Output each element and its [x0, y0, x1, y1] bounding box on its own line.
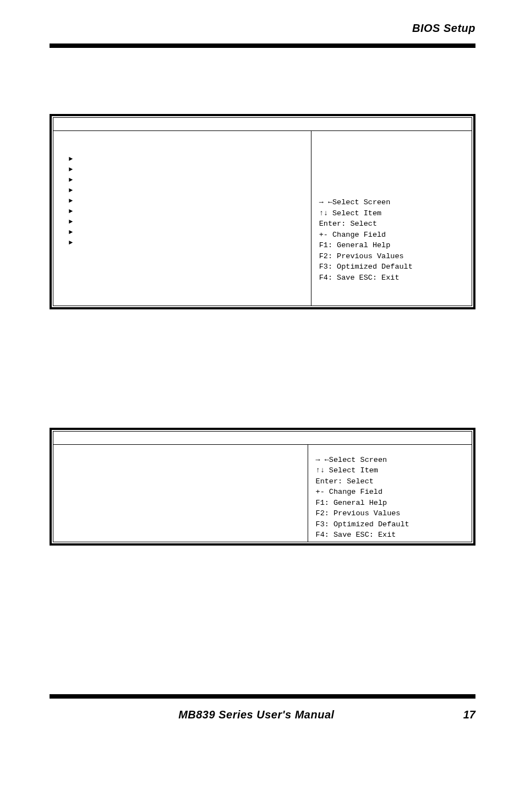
page-header-title: BIOS Setup: [50, 22, 475, 35]
menu-arrow-icon: ►: [69, 206, 304, 217]
menu-arrow-icon: ►: [69, 238, 304, 248]
footer-page-number: 17: [463, 709, 475, 721]
footer-section: MB839 Series User's Manual 17: [0, 694, 525, 731]
menu-arrow-icon: ►: [69, 196, 304, 206]
menu-arrow-icon: ►: [69, 227, 304, 238]
bios-title-row-1: [53, 118, 472, 131]
bios-left-panel-2: [53, 445, 308, 542]
menu-arrow-icon: ►: [69, 186, 304, 196]
menu-arrow-icon: ►: [69, 217, 304, 227]
footer-divider: [50, 694, 475, 699]
help-general-help: F1: General Help: [316, 498, 466, 509]
help-change-field: +- Change Field: [319, 230, 466, 241]
bios-inner-2: → ←Select Screen ↑↓ Select Item Enter: S…: [53, 431, 472, 543]
help-optimized-default: F3: Optimized Default: [316, 519, 466, 530]
help-enter-select: Enter: Select: [319, 219, 466, 230]
bios-box-1: ► ► ► ► ► ► ► ► ► → ←Select Screen ↑↓ Se…: [50, 114, 475, 309]
bios-body-2: → ←Select Screen ↑↓ Select Item Enter: S…: [53, 445, 472, 542]
menu-arrow-icon: ►: [69, 175, 304, 186]
footer-manual-title: MB839 Series User's Manual: [178, 709, 334, 721]
menu-arrow-icon: ►: [69, 165, 304, 175]
help-enter-select: Enter: Select: [316, 476, 466, 487]
bios-right-panel-1: → ←Select Screen ↑↓ Select Item Enter: S…: [311, 131, 472, 306]
footer-row: MB839 Series User's Manual 17: [50, 699, 475, 731]
bios-title-row-2: [53, 432, 472, 445]
content-area: ► ► ► ► ► ► ► ► ► → ←Select Screen ↑↓ Se…: [0, 48, 525, 579]
help-select-screen: → ←Select Screen: [316, 455, 466, 466]
help-change-field: +- Change Field: [316, 487, 466, 498]
bios-left-panel-1: ► ► ► ► ► ► ► ► ►: [53, 131, 311, 306]
bios-box-2: → ←Select Screen ↑↓ Select Item Enter: S…: [50, 428, 475, 546]
help-previous-values: F2: Previous Values: [316, 508, 466, 519]
help-select-item: ↑↓ Select Item: [316, 465, 466, 476]
help-select-screen: → ←Select Screen: [319, 197, 466, 208]
help-select-item: ↑↓ Select Item: [319, 208, 466, 219]
header-divider: [50, 43, 475, 48]
menu-arrow-icon: ►: [69, 154, 304, 165]
help-optimized-default: F3: Optimized Default: [319, 261, 466, 273]
help-general-help: F1: General Help: [319, 240, 466, 251]
bios-inner-1: ► ► ► ► ► ► ► ► ► → ←Select Screen ↑↓ Se…: [53, 117, 472, 306]
header-section: BIOS Setup: [0, 0, 525, 39]
help-save-exit: F4: Save ESC: Exit: [316, 530, 466, 541]
help-save-exit: F4: Save ESC: Exit: [319, 273, 466, 284]
help-previous-values: F2: Previous Values: [319, 251, 466, 262]
bios-right-panel-2: → ←Select Screen ↑↓ Select Item Enter: S…: [308, 445, 472, 542]
bios-body-1: ► ► ► ► ► ► ► ► ► → ←Select Screen ↑↓ Se…: [53, 131, 472, 306]
